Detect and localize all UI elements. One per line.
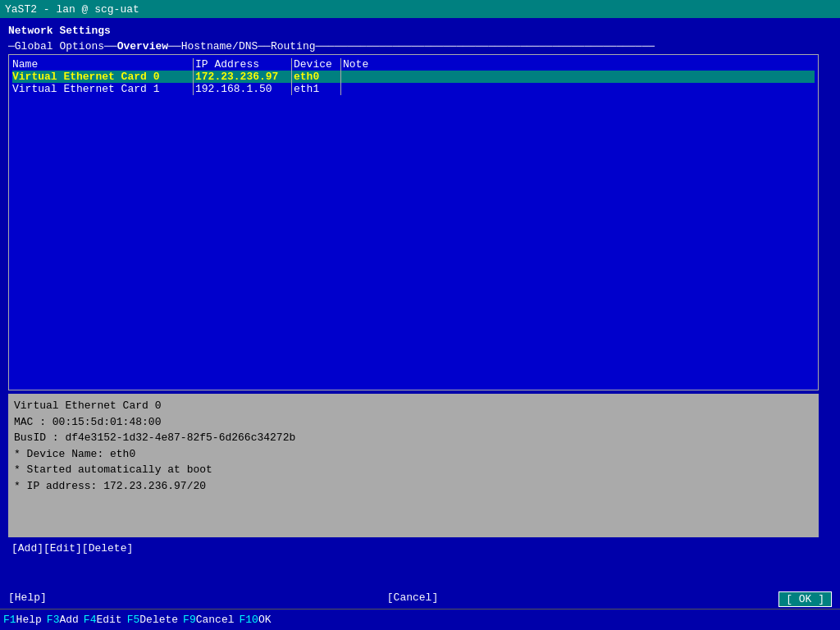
col-header-name: Name bbox=[12, 58, 193, 71]
table-row[interactable]: Virtual Ethernet Card 0 172.23.236.97 et… bbox=[12, 71, 815, 83]
row-1-ip: 192.168.1.50 bbox=[193, 83, 291, 95]
detail-line-0: * Device Name: eth0 bbox=[14, 446, 813, 463]
tabs-row: ─ Global Options ── Overview ── Hostname… bbox=[8, 40, 832, 52]
cancel-button[interactable]: [Cancel] bbox=[387, 591, 438, 607]
ok-button[interactable]: [ OK ] bbox=[778, 591, 832, 607]
detail-line-1: * Started automatically at boot bbox=[14, 462, 813, 478]
tab-global-options[interactable]: Global Options bbox=[15, 40, 104, 52]
network-list-box: Name IP Address Device Note Virtual Ethe… bbox=[8, 54, 819, 390]
delete-button[interactable]: [Delete] bbox=[82, 542, 133, 555]
fkey-f3[interactable]: F3Add bbox=[47, 614, 79, 626]
row-0-ip: 172.23.236.97 bbox=[193, 71, 291, 83]
add-button[interactable]: [Add] bbox=[11, 542, 43, 555]
tab-overview[interactable]: Overview bbox=[117, 40, 168, 52]
main-content: Network Settings ─ Global Options ── Ove… bbox=[0, 18, 840, 563]
tab-hostname-dns[interactable]: Hostname/DNS bbox=[181, 40, 258, 52]
titlebar-text: YaST2 - lan @ scg-uat bbox=[5, 3, 139, 16]
help-button[interactable]: [Help] bbox=[8, 591, 47, 607]
detail-busid: BusID : df4e3152-1d32-4e87-82f5-6d266c34… bbox=[14, 430, 813, 446]
table-row[interactable]: Virtual Ethernet Card 1 192.168.1.50 eth… bbox=[12, 83, 815, 95]
edit-button[interactable]: [Edit] bbox=[43, 542, 82, 555]
fkey-f9[interactable]: F9Cancel bbox=[183, 614, 234, 626]
detail-line-2: * IP address: 172.23.236.97/20 bbox=[14, 478, 813, 495]
button-bar: [Help] [Cancel] [ OK ] bbox=[0, 590, 840, 609]
col-header-note: Note bbox=[340, 58, 422, 71]
row-1-device: eth1 bbox=[291, 83, 340, 95]
fkey-f1[interactable]: F1Help bbox=[3, 614, 42, 626]
detail-title: Virtual Ethernet Card 0 bbox=[14, 398, 813, 414]
fkey-f4[interactable]: F4Edit bbox=[84, 614, 122, 626]
col-header-device: Device bbox=[291, 58, 340, 71]
titlebar: YaST2 - lan @ scg-uat bbox=[0, 0, 840, 18]
detail-mac: MAC : 00:15:5d:01:48:00 bbox=[14, 414, 813, 431]
table-header: Name IP Address Device Note bbox=[12, 58, 815, 71]
fkey-bar: F1Help F3Add F4Edit F5Delete F9Cancel F1… bbox=[0, 609, 840, 630]
fkey-f5[interactable]: F5Delete bbox=[127, 614, 178, 626]
row-1-name: Virtual Ethernet Card 1 bbox=[12, 83, 193, 95]
row-0-device: eth0 bbox=[291, 71, 340, 83]
col-header-ip: IP Address bbox=[193, 58, 291, 71]
tab-routing[interactable]: Routing bbox=[271, 40, 316, 52]
row-1-note bbox=[340, 83, 422, 95]
detail-box: Virtual Ethernet Card 0 MAC : 00:15:5d:0… bbox=[8, 394, 819, 537]
action-bar: [Add][Edit][Delete] bbox=[8, 541, 832, 556]
page-title: Network Settings bbox=[8, 25, 832, 37]
row-0-name: Virtual Ethernet Card 0 bbox=[12, 71, 193, 83]
fkey-f10[interactable]: F10OK bbox=[240, 614, 272, 626]
row-0-note bbox=[340, 71, 422, 83]
